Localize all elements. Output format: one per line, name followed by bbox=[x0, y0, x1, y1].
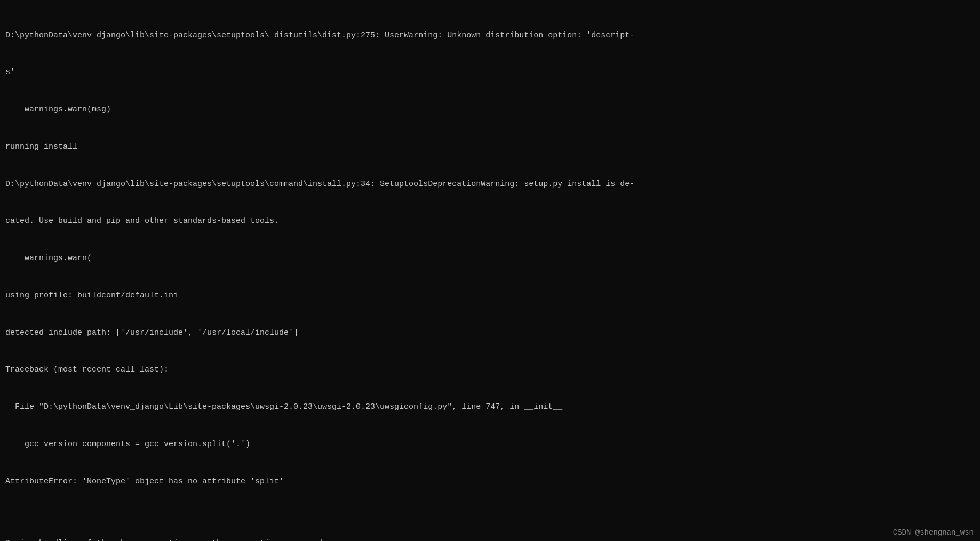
terminal-line-6: cated. Use build and pip and other stand… bbox=[5, 215, 975, 227]
watermark: CSDN @shengnan_wsn bbox=[893, 528, 974, 537]
terminal-line-13: AttributeError: 'NoneType' object has no… bbox=[5, 475, 975, 488]
terminal-line-10: Traceback (most recent call last): bbox=[5, 364, 975, 376]
terminal-line-1: D:\pythonData\venv_django\lib\site-packa… bbox=[5, 29, 975, 42]
terminal-window: D:\pythonData\venv_django\lib\site-packa… bbox=[0, 0, 980, 541]
terminal-line-5: D:\pythonData\venv_django\lib\site-packa… bbox=[5, 178, 975, 190]
terminal-line-15: During handling of the above exception, … bbox=[5, 537, 975, 541]
terminal-line-7: warnings.warn( bbox=[5, 252, 975, 264]
terminal-line-12: gcc_version_components = gcc_version.spl… bbox=[5, 438, 975, 450]
terminal-line-2: s' bbox=[5, 66, 975, 78]
terminal-line-11: File "D:\pythonData\venv_django\Lib\site… bbox=[5, 401, 975, 413]
terminal-line-3: warnings.warn(msg) bbox=[5, 103, 975, 116]
terminal-line-4: running install bbox=[5, 141, 975, 153]
terminal-line-8: using profile: buildconf/default.ini bbox=[5, 289, 975, 302]
terminal-line-9: detected include path: ['/usr/include', … bbox=[5, 327, 975, 339]
terminal-output: D:\pythonData\venv_django\lib\site-packa… bbox=[5, 4, 975, 541]
